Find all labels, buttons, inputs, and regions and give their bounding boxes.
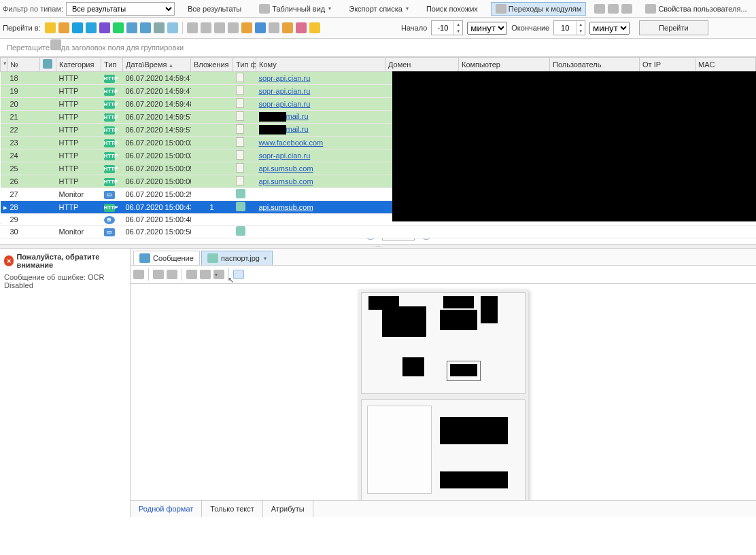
filter-label: Фильтр по типам: [3, 5, 63, 13]
zoom-in-icon[interactable] [186, 270, 197, 279]
table-row[interactable]: 30Monitor▭06.07.2020 15:00:56 [1, 226, 756, 238]
user-icon [645, 4, 656, 14]
tool-icon-1[interactable] [187, 22, 198, 33]
file-icon [236, 163, 244, 173]
all-results-button[interactable]: Все результаты [183, 3, 246, 15]
print-icon[interactable] [214, 22, 225, 33]
end-label: Окончание [511, 24, 549, 32]
doc-page-1 [361, 292, 526, 394]
tab-native-format[interactable]: Родной формат [131, 501, 202, 517]
col-marker[interactable]: * [1, 58, 7, 72]
file-icon [236, 137, 244, 147]
export-list-button[interactable]: Экспорт списка [344, 3, 413, 15]
viewer-toolbar: ↖ [131, 266, 756, 284]
col-mac[interactable]: MAC [695, 58, 756, 72]
go-button[interactable]: Перейти [639, 20, 708, 35]
bottom-pane: × Пожалуйста, обратите внимание Сообщени… [0, 249, 756, 517]
http-icon[interactable] [140, 22, 151, 33]
user-properties-button[interactable]: Свойства пользователя... [640, 2, 751, 16]
grid-icon [259, 4, 270, 14]
zoom-out-icon[interactable] [200, 270, 211, 279]
col-datetime[interactable]: Дата\Время▲ [123, 58, 191, 72]
start-label: Начало [401, 24, 427, 32]
start-value[interactable] [432, 21, 453, 35]
filter-select[interactable]: Все результаты [66, 2, 175, 16]
whatsapp-icon[interactable] [113, 22, 124, 33]
tool-icon-3[interactable] [296, 22, 307, 33]
save-image-icon[interactable] [133, 270, 144, 279]
clock-icon[interactable] [228, 22, 239, 33]
end-spin[interactable]: ▲▼ [553, 20, 585, 35]
col-to[interactable]: Кому [256, 58, 385, 72]
col-fromip[interactable]: От IP [640, 58, 695, 72]
tab-text-only[interactable]: Только текст [202, 501, 263, 517]
person-icon[interactable] [241, 22, 252, 33]
error-panel: × Пожалуйста, обратите внимание Сообщени… [0, 249, 131, 517]
image-preview[interactable] [131, 284, 756, 500]
file-icon [236, 73, 244, 82]
start-down[interactable]: ▼ [453, 28, 462, 35]
ftp-icon[interactable] [154, 22, 165, 33]
flip-h-icon[interactable] [153, 270, 164, 279]
im-icon[interactable] [126, 22, 137, 33]
goto-modules-button[interactable]: Переходы к модулям [491, 2, 587, 16]
folder-icon[interactable] [309, 22, 320, 33]
zoom-menu-icon[interactable] [213, 270, 224, 279]
main-toolbar: Фильтр по типам: Все результаты Все резу… [0, 0, 756, 18]
mail-icon[interactable] [45, 22, 56, 33]
modules-icon [496, 4, 506, 14]
find-similar-button[interactable]: Поиск похожих [422, 3, 483, 15]
camera-icon[interactable] [282, 22, 293, 33]
start-spin[interactable]: ▲▼ [431, 20, 463, 35]
grid-header: * № Категория Тип Дата\Время▲ Вложения Т… [1, 58, 756, 72]
end-value[interactable] [554, 21, 576, 35]
col-category[interactable]: Категория [56, 58, 101, 72]
table-view-button[interactable]: Табличный вид [254, 2, 336, 16]
col-filetype[interactable]: Тип фа [233, 58, 256, 72]
col-type[interactable]: Тип [101, 58, 123, 72]
file-icon [236, 99, 244, 108]
protocol-icon-strip [45, 22, 398, 34]
monitor-icon[interactable] [255, 22, 266, 33]
start-unit[interactable]: минут [467, 22, 507, 35]
redacted-overlay [392, 71, 756, 221]
results-grid: * № Категория Тип Дата\Время▲ Вложения Т… [0, 57, 756, 223]
toolbar-icon-1[interactable] [594, 4, 605, 14]
end-down[interactable]: ▼ [576, 28, 585, 35]
toolbar-icon-3[interactable] [621, 4, 632, 14]
contacts-icon[interactable] [58, 22, 69, 33]
col-domain[interactable]: Домен [385, 58, 459, 72]
start-up[interactable]: ▲ [453, 21, 462, 28]
col-flag[interactable] [40, 58, 56, 72]
telegram-icon[interactable] [86, 22, 97, 33]
group-by-hint[interactable]: Перетащите сюда заголовок поля для групп… [0, 39, 756, 57]
tab-attributes[interactable]: Атрибуты [263, 501, 313, 517]
file-icon [236, 150, 244, 160]
tab-message[interactable]: Сообщение [133, 251, 200, 265]
fit-icon[interactable] [233, 270, 244, 279]
extra-icon[interactable] [50, 39, 61, 50]
attachment-icon [236, 189, 245, 198]
flip-v-icon[interactable] [167, 270, 177, 279]
mic-icon[interactable] [269, 22, 279, 33]
error-title: × Пожалуйста, обратите внимание [4, 253, 126, 269]
cloud-icon[interactable] [167, 22, 178, 33]
tool-icon-2[interactable] [201, 22, 211, 33]
tab-attachment[interactable]: паспорт.jpg [201, 251, 273, 265]
document-thumbnail [358, 289, 528, 500]
toolbar-icon-2[interactable] [608, 4, 619, 14]
col-num[interactable]: № [7, 58, 40, 72]
viber-icon[interactable] [99, 22, 110, 33]
col-computer[interactable]: Компьютер [459, 58, 550, 72]
doc-page-2 [361, 399, 526, 500]
viewer-tabs: Сообщение паспорт.jpg [131, 249, 756, 266]
error-icon: × [4, 255, 14, 266]
end-unit[interactable]: минут [589, 22, 630, 35]
file-icon [236, 86, 244, 95]
image-icon [207, 253, 218, 263]
col-user[interactable]: Пользователь [550, 58, 640, 72]
flag-icon [43, 59, 52, 69]
skype-icon[interactable] [72, 22, 83, 33]
col-attachments[interactable]: Вложения [191, 58, 233, 72]
end-up[interactable]: ▲ [576, 21, 585, 28]
